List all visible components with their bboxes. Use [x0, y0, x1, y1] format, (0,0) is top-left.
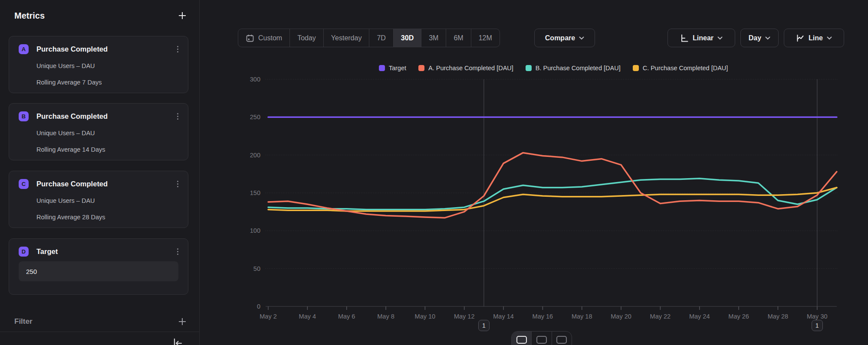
chevron-down-icon — [579, 36, 584, 40]
legend-swatch — [418, 65, 424, 71]
plus-icon — [178, 317, 187, 326]
metric-measure: Unique Users – DAU — [36, 130, 95, 137]
range-label: Today — [297, 34, 316, 42]
metric-title: Purchase Completed — [36, 180, 172, 188]
x-axis-label: May 12 — [454, 313, 475, 320]
legend-item-a[interactable]: A. Purchase Completed [DAU] — [418, 65, 513, 72]
legend-item-target[interactable]: Target — [379, 65, 406, 72]
add-metric-button[interactable] — [177, 10, 188, 21]
kebab-menu-icon[interactable] — [172, 44, 183, 54]
metric-measure: Unique Users – DAU — [36, 62, 95, 69]
legend-item-b[interactable]: B. Purchase Completed [DAU] — [526, 65, 621, 72]
legend-item-c[interactable]: C. Purchase Completed [DAU] — [633, 65, 728, 72]
filter-label: Filter — [14, 317, 33, 326]
range-3m[interactable]: 3M — [421, 29, 446, 47]
metric-card-a[interactable]: A Purchase Completed Unique Users – DAU … — [9, 36, 188, 93]
metric-transform: Rolling Average 28 Days — [36, 214, 105, 221]
range-label: 3M — [429, 34, 438, 42]
interval-label: Day — [749, 34, 761, 42]
add-filter-button[interactable] — [177, 316, 188, 327]
y-axis-label-300: 300 — [250, 76, 260, 83]
annotation-badge-1[interactable]: 1 — [478, 320, 490, 331]
x-axis-label: May 20 — [611, 313, 631, 320]
series-line-B. Purchase Completed [DAU] — [268, 179, 837, 210]
chevron-down-icon — [717, 36, 723, 40]
x-axis-label: May 22 — [650, 313, 671, 320]
view-mode-chart[interactable] — [512, 332, 532, 345]
compare-label: Compare — [545, 34, 575, 42]
x-axis-label: May 2 — [260, 313, 277, 320]
x-axis-label: May 6 — [338, 313, 355, 320]
plus-icon — [178, 11, 187, 20]
interval-select-button[interactable]: Day — [740, 29, 779, 47]
metric-transform: Rolling Average 7 Days — [36, 79, 102, 86]
metric-badge-a: A — [19, 44, 29, 54]
range-12m[interactable]: 12M — [471, 29, 500, 47]
chevron-down-icon — [765, 36, 770, 40]
metric-card-c[interactable]: C Purchase Completed Unique Users – DAU … — [9, 171, 188, 228]
x-axis-label: May 24 — [689, 313, 710, 320]
range-7d[interactable]: 7D — [369, 29, 393, 47]
calendar-icon — [246, 34, 254, 42]
chart-view-icon — [516, 336, 527, 344]
x-axis-label: May 18 — [572, 313, 592, 320]
kebab-menu-icon[interactable] — [172, 246, 183, 257]
sidebar-header: Metrics — [14, 10, 188, 22]
range-label: Yesterday — [331, 34, 362, 42]
annotation-badge-2[interactable]: 1 — [812, 320, 823, 331]
collapse-panel-icon — [171, 337, 184, 345]
scale-select-button[interactable]: Linear — [667, 29, 735, 47]
chart-type-label: Line — [809, 34, 823, 42]
metric-measure: Unique Users – DAU — [36, 197, 95, 204]
legend-label: B. Purchase Completed [DAU] — [536, 65, 621, 72]
scale-label: Linear — [693, 34, 713, 42]
chart-type-select-button[interactable]: Line — [784, 29, 844, 47]
compare-button[interactable]: Compare — [534, 29, 595, 47]
range-today[interactable]: Today — [290, 29, 324, 47]
metric-transform: Rolling Average 14 Days — [36, 146, 105, 153]
y-axis-label-200: 200 — [250, 152, 260, 159]
range-yesterday[interactable]: Yesterday — [324, 29, 370, 47]
x-axis-label: May 4 — [299, 313, 316, 320]
y-axis-label-250: 250 — [250, 114, 260, 120]
target-value-input[interactable]: 250 — [19, 261, 178, 281]
series-line-A. Purchase Completed [DAU] — [268, 153, 837, 218]
range-6m[interactable]: 6M — [446, 29, 471, 47]
metric-card-target[interactable]: D Target 250 — [9, 238, 188, 295]
metric-card-b-header: B Purchase Completed — [19, 111, 183, 121]
legend-label: A. Purchase Completed [DAU] — [428, 65, 513, 72]
metric-card-b[interactable]: B Purchase Completed Unique Users – DAU … — [9, 103, 188, 160]
view-mode-table[interactable] — [552, 332, 572, 345]
view-mode-toggle — [511, 331, 572, 345]
view-mode-split[interactable] — [532, 332, 552, 345]
legend-label: Target — [389, 65, 406, 72]
split-view-icon — [536, 336, 547, 344]
metrics-sidebar: Metrics A Purchase Completed Unique User… — [0, 0, 200, 345]
filter-section: Filter — [14, 316, 188, 328]
y-axis-label-100: 100 — [250, 227, 260, 234]
collapse-sidebar-button[interactable] — [171, 337, 184, 345]
range-label: 30D — [401, 34, 414, 42]
metric-card-a-header: A Purchase Completed — [19, 44, 183, 54]
date-range-control: Custom Today Yesterday 7D 30D 3M 6M 12M — [238, 29, 500, 47]
x-axis-label: May 26 — [728, 313, 749, 320]
legend-swatch — [633, 65, 639, 71]
metric-card-c-header: C Purchase Completed — [19, 179, 183, 189]
kebab-menu-icon[interactable] — [172, 111, 183, 121]
line-chart-icon — [796, 34, 805, 42]
y-axis-label-50: 50 — [253, 265, 260, 272]
metric-badge-d: D — [19, 247, 29, 257]
range-custom[interactable]: Custom — [238, 29, 290, 47]
line-chart[interactable]: 050100150200250300May 2May 4May 6May 8Ma… — [243, 74, 864, 342]
legend-swatch — [379, 65, 385, 71]
table-view-icon — [556, 336, 567, 344]
metric-title: Purchase Completed — [36, 45, 172, 53]
legend-label: C. Purchase Completed [DAU] — [643, 65, 728, 72]
metric-badge-c: C — [19, 179, 29, 189]
chevron-down-icon — [827, 36, 832, 40]
range-label: 6M — [454, 34, 463, 42]
series-line-C. Purchase Completed [DAU] — [268, 188, 837, 211]
linear-axis-icon — [680, 34, 689, 42]
range-30d[interactable]: 30D — [394, 29, 421, 47]
kebab-menu-icon[interactable] — [172, 179, 183, 189]
